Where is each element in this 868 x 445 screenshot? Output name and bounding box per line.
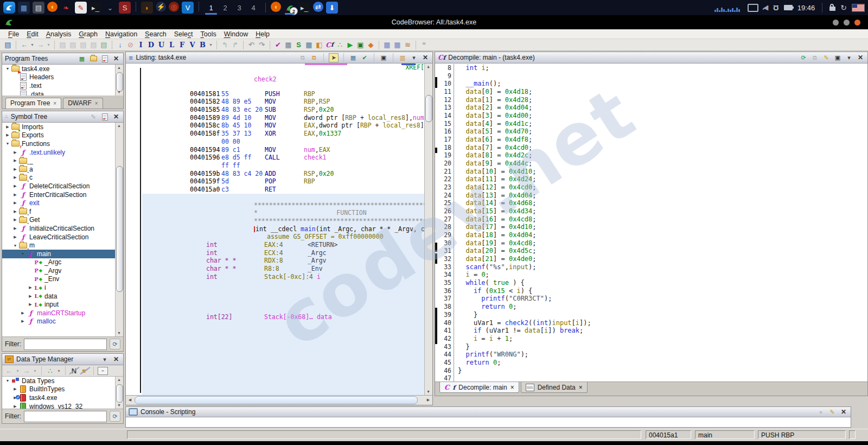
- script-manager-button[interactable]: S: [294, 40, 303, 50]
- memory-map-button[interactable]: ▦: [284, 40, 293, 50]
- datatype-data-types[interactable]: ▼Data Types: [2, 377, 123, 385]
- close-panel-icon[interactable]: ✕: [112, 55, 120, 63]
- expander-icon[interactable]: ▶: [12, 201, 18, 205]
- expander-icon[interactable]: ▶: [27, 302, 34, 307]
- program-tree-item-task4-exe[interactable]: ▼▶task4.exe: [2, 65, 123, 73]
- menu-analysis[interactable]: Analysis: [42, 30, 75, 38]
- terminal-dropdown[interactable]: ⌄: [104, 2, 116, 14]
- filter-options-button[interactable]: ⟳: [110, 411, 120, 422]
- copy-icon[interactable]: ⧉: [298, 54, 307, 62]
- dtm-hierarchy-dropdown[interactable]: ▾: [56, 366, 61, 376]
- tab-defined-data[interactable]: 0101Defined Data×: [521, 382, 588, 393]
- menu-tools[interactable]: Tools: [197, 30, 220, 38]
- symbol-initializecriticalsection[interactable]: ▶ƒInitializeCriticalSection: [2, 224, 123, 233]
- dtm-forward-button[interactable]: →: [22, 366, 31, 376]
- symbol-deletecriticalsection[interactable]: ▶ƒDeleteCriticalSection: [2, 182, 123, 190]
- listing-line[interactable]: 0040158989 4d 10MOVdword ptr [RBP + loca…: [142, 114, 424, 122]
- close-panel-icon[interactable]: ✕: [839, 408, 848, 416]
- decompile-line-34[interactable]: 34 i = 0;: [435, 271, 867, 279]
- listing-line[interactable]: ff ff: [142, 162, 424, 170]
- expander-icon[interactable]: ▼: [4, 379, 11, 383]
- listing-content[interactable]: check2XREF[0040158155PUSHRBP0040158248 8…: [126, 63, 432, 395]
- expander-icon[interactable]: ▼: [4, 67, 11, 71]
- data-table-button[interactable]: ▦: [304, 40, 314, 50]
- display-icon[interactable]: [748, 4, 758, 12]
- close-button[interactable]: [854, 20, 860, 26]
- listing-line[interactable]: * FUNCTION *: [142, 209, 424, 217]
- letter-I-button[interactable]: I: [136, 40, 145, 50]
- dat-button[interactable]: ◧: [315, 40, 324, 50]
- burpsuite-icon[interactable]: ◗: [141, 2, 153, 14]
- listing-line[interactable]: int[22]Stack[-0x68]… data: [142, 313, 424, 321]
- keyboard-layout-flag[interactable]: [852, 4, 865, 12]
- decompile-line-24[interactable]: 24 data[13] = 0x4d04;: [435, 192, 867, 200]
- validate-button[interactable]: ✔: [273, 40, 283, 50]
- decompile-line-16[interactable]: 16 data[5] = 0x4d70;: [435, 128, 867, 136]
- decompile-line-35[interactable]: 35 while( true ) {: [435, 279, 867, 287]
- clear-flow-button[interactable]: ⊘: [126, 40, 135, 50]
- pull-down-arrow-button[interactable]: ↓: [116, 40, 125, 50]
- dtm-back-button[interactable]: ←: [4, 366, 14, 376]
- edit-icon[interactable]: ✎: [822, 54, 831, 62]
- decompile-line-11[interactable]: 11 data[0] = 0x4d18;: [435, 88, 867, 96]
- remote-icon[interactable]: ⇄: [313, 2, 323, 12]
- symbol-entercriticalsection[interactable]: ▶ƒEnterCriticalSection: [2, 190, 123, 199]
- save-button[interactable]: ▤: [3, 40, 12, 50]
- margin-book-icon[interactable]: ▥: [398, 54, 407, 62]
- program-tree-item--text[interactable]: .text: [2, 81, 123, 90]
- new-tree-icon[interactable]: ▦: [78, 55, 86, 63]
- decompile-line-26[interactable]: 26 data[15] = 0x4d34;: [435, 207, 867, 215]
- ghidra-window-icon[interactable]: 2: [284, 2, 296, 14]
- decompile-line-44[interactable]: 44 printf("WR0NG");: [435, 351, 867, 359]
- decompile-line-29[interactable]: 29 data[18] = 0x4d04;: [435, 231, 867, 239]
- dtm-collapse-all-button[interactable]: −: [98, 367, 108, 375]
- close-panel-icon[interactable]: ✕: [112, 113, 120, 121]
- dtm-filter-off-icon[interactable]: N: [69, 366, 79, 376]
- jump-out-icon[interactable]: ↰: [220, 40, 229, 50]
- expander-icon[interactable]: ▶: [12, 218, 18, 222]
- expander-icon[interactable]: ▶: [12, 167, 18, 171]
- decompile-line-47[interactable]: 47: [435, 374, 867, 382]
- page-icon-2[interactable]: ▤: [89, 40, 98, 50]
- expander-icon[interactable]: ▶: [20, 319, 26, 323]
- paste-icon[interactable]: ⧉: [310, 54, 318, 62]
- symbol-exit[interactable]: ▶ƒexit: [2, 199, 123, 207]
- listing-line[interactable]: intStack[-0xc]:4 i: [142, 273, 424, 281]
- diff-icon[interactable]: ✔: [360, 54, 369, 62]
- expander-icon[interactable]: ▶: [12, 387, 18, 391]
- comment-button[interactable]: ❝: [419, 40, 429, 50]
- listing-line[interactable]: 00401596e8 d5 ffCALLcheck1: [142, 154, 424, 162]
- listing-line[interactable]: 0040158248 89 e5MOVRBP,RSP: [142, 98, 424, 106]
- expander-icon[interactable]: ▶: [4, 125, 11, 129]
- tab-decompile-main[interactable]: CfDecompile: main×: [439, 382, 519, 393]
- forward-dropdown[interactable]: ▾: [46, 40, 51, 50]
- symbol-filter-input[interactable]: [24, 339, 107, 350]
- expander-icon[interactable]: ▶: [12, 158, 18, 163]
- dtm-filter-input[interactable]: [24, 411, 107, 422]
- letter-U-button[interactable]: U: [157, 40, 166, 50]
- firefox-window-icon[interactable]: ◖: [271, 2, 281, 12]
- decompile-line-10[interactable]: 10 __main();: [435, 80, 867, 88]
- symbol--argv[interactable]: P◆_Argv: [2, 266, 123, 275]
- back-button[interactable]: ←: [20, 40, 29, 50]
- scroll-thumb[interactable]: [116, 166, 123, 292]
- cherrytree-icon[interactable]: ❧: [60, 2, 72, 14]
- letter-F-button[interactable]: F: [177, 40, 187, 50]
- symbol-get[interactable]: ▶●Get: [2, 216, 123, 225]
- snapshot-icon[interactable]: ▣: [833, 54, 842, 62]
- menu-file[interactable]: File: [4, 30, 23, 38]
- decompile-line-12[interactable]: 12 data[1] = 0x4d28;: [435, 96, 867, 104]
- expander-icon[interactable]: ▶: [12, 235, 18, 239]
- console-output[interactable]: [126, 417, 851, 427]
- expander-icon[interactable]: ▶: [27, 285, 34, 290]
- scroll-down-icon[interactable]: ▼: [116, 330, 123, 336]
- decompile-line-41[interactable]: 41 if (uVar1 != data[i]) break;: [435, 327, 867, 335]
- decompiler-button[interactable]: Cf: [325, 40, 334, 50]
- listing-line[interactable]: 0040158f35 37 13XOREAX,0x1337: [142, 130, 424, 138]
- letter-V-button[interactable]: V: [188, 40, 197, 50]
- symbol-m[interactable]: ▼●m: [2, 241, 123, 250]
- workspace-3[interactable]: 3: [232, 2, 246, 14]
- listing-line[interactable]: char * *R8:8 _Env: [142, 265, 424, 273]
- datatype-windows-vs12-32[interactable]: ▶windows_vs12_32: [2, 402, 123, 409]
- decompile-line-31[interactable]: 31 data[20] = 0x4d5c;: [435, 247, 867, 255]
